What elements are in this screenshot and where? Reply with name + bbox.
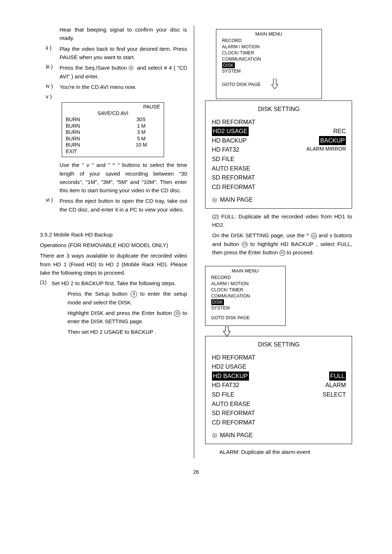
disk-row-label: SD FILE: [212, 155, 346, 164]
menu-item: RECORD: [222, 38, 316, 44]
menu-item: SYSTEM: [211, 305, 279, 311]
menu-item: COMMUNICATION: [211, 293, 279, 299]
main-page-footer: MAIN PAGE: [220, 432, 253, 438]
exit-label: EXIT: [66, 148, 160, 155]
body-text: Play the video back to find your desired…: [60, 45, 187, 62]
up-button-icon: 12: [311, 233, 317, 239]
disk-row-value: REC: [333, 127, 346, 136]
menu-item: CLOCK/ TIMER: [211, 287, 279, 293]
disk-setting-panel-2: DISK SETTING HD REFORMAT HD2 USAGE HD BA…: [205, 336, 352, 444]
arrow-down-icon: [271, 79, 278, 91]
para-full: (2) FULL: Duplicate all the recorded vid…: [212, 212, 352, 229]
roman-num: iii ): [46, 63, 60, 83]
section-subheading: Operations (FOR REMOVABLE HDD MODEL ONLY…: [40, 241, 187, 249]
disk-row-label: AUTO ERASE: [212, 164, 346, 173]
burn-row: BURN1 M: [66, 123, 160, 130]
alarm-tail: ALARM: Duplicate all the alarm-event: [205, 448, 352, 456]
eye-icon: ⓢ: [212, 432, 217, 440]
disk-row-label: HD BACKUP: [212, 136, 319, 145]
main-menu-frame-2: MAIN MENU RECORD ALARM / MOTION CLOCK/ T…: [205, 266, 286, 326]
step-num: (1): [40, 279, 52, 290]
menu-item-selected: DISK: [211, 299, 224, 305]
burn-row: BURN10 M: [66, 142, 160, 148]
disk-row-label: SD REFORMAT: [212, 173, 346, 182]
intro-text: Hear that beeping signal to confirm your…: [40, 25, 187, 42]
arrow-down-icon: [223, 327, 230, 335]
goto-disk-page: GOTO DISK PAGE: [222, 82, 261, 88]
cd-avi-menu-box: PAUSE SAVE/CD AVI BURN30S BURN1 M BURN3 …: [62, 102, 164, 157]
section-heading: 3.5.2 Mobile Rack HD Backup: [40, 230, 187, 239]
disk-row-label: CD REFORMAT: [212, 418, 346, 427]
disk-setting-title: DISK SETTING: [212, 340, 346, 349]
disk-row-value: SELECT: [323, 390, 346, 399]
roman-num: iv ): [46, 83, 60, 93]
left-column: Hear that beeping signal to confirm your…: [40, 25, 194, 458]
pause-label: PAUSE: [143, 104, 160, 110]
goto-disk-page: GOTO DISK PAGE: [211, 315, 279, 321]
menu-item: CLOCK/ TIMER: [222, 50, 316, 56]
substep: Then set HD 2 USAGE to BACKUP .: [68, 328, 187, 336]
disk-row-value-selected: BACKUP: [319, 136, 346, 145]
right-column: MAIN MENU RECORD ALARM / MOTION CLOCK/ T…: [205, 25, 352, 458]
disk-row-value-selected: FULL: [329, 372, 346, 381]
item-iv: iv ) You're in the CD AVI menu now.: [46, 83, 187, 93]
substep: Highlight DISK and press the Enter butto…: [68, 309, 187, 326]
disk-row-label: SD REFORMAT: [212, 409, 346, 418]
roman-num: ii ): [46, 45, 60, 64]
disk-row-label: CD REFORMAT: [212, 182, 346, 192]
disk-row-value: ALARM MIRROR: [306, 145, 346, 155]
v-body-text: Use the " v " and " ^ " buttons to selec…: [40, 161, 187, 194]
disk-setting-panel-1: DISK SETTING HD REFORMAT HD2 USAGEREC HD…: [205, 100, 352, 209]
disk-row-label: HD REFORMAT: [212, 118, 346, 127]
body-text: Press the Seq./Save button ⓢ and select …: [60, 63, 187, 81]
main-menu-title: MAIN MENU: [216, 29, 322, 38]
seq-save-icon: ⓢ: [128, 64, 134, 72]
roman-num: v ): [46, 93, 60, 99]
menu-item: COMMUNICATION: [222, 56, 316, 62]
eye-icon: ⓢ: [212, 196, 217, 204]
para-full-instructions: On the DISK SETTING page, use the ^ 12 a…: [212, 231, 352, 257]
enter-button-icon: 15: [279, 250, 285, 256]
main-menu-frame: MAIN MENU RECORD ALARM / MOTION CLOCK/ T…: [216, 29, 322, 99]
enter-button-icon: 15: [174, 310, 180, 317]
main-page-footer: MAIN PAGE: [220, 196, 253, 203]
disk-row-label: HD2 USAGE: [212, 362, 346, 372]
roman-num: vi ): [46, 197, 60, 216]
menu-item: ALARM / MOTION: [222, 44, 316, 50]
item-iii: iii ) Press the Seq./Save button ⓢ and s…: [46, 63, 187, 83]
down-button-icon: 13: [242, 242, 248, 247]
burn-row: BURN5 M: [66, 136, 160, 142]
item-v: v ): [46, 93, 187, 99]
menu-item: ALARM / MOTION: [211, 281, 279, 287]
disk-row-label: AUTO ERASE: [212, 399, 346, 409]
setup-button-icon: 9: [131, 291, 137, 297]
disk-row-value: ALARM: [325, 381, 346, 390]
burn-row: BURN30S: [66, 116, 160, 123]
page-number: 26: [40, 469, 352, 475]
disk-row-label: HD FAT32: [212, 145, 307, 155]
disk-row-label-selected: HD BACKUP: [212, 372, 249, 381]
item-ii: ii ) Play the video back to find your de…: [46, 45, 187, 64]
disk-row-label: SD FILE: [212, 390, 323, 399]
body-text: Press the eject button to open the CD tr…: [60, 197, 187, 214]
disk-row-label-selected: HD2 USAGE: [212, 127, 249, 136]
disk-setting-title: DISK SETTING: [212, 104, 346, 114]
main-menu-title: MAIN MENU: [205, 266, 285, 275]
substep: Press the Setup button 9 to enter the se…: [68, 290, 187, 307]
menu-item-selected: DISK: [222, 62, 235, 69]
step1-text: Set HD 2 to BACKUP first. Take the follo…: [52, 279, 187, 287]
save-cd-avi-label: SAVE/CD AVI: [66, 110, 160, 117]
body-text: You're in the CD AVI menu now.: [60, 83, 187, 91]
section-intro: There are 3 ways available to duplicate …: [40, 251, 187, 277]
menu-item: RECORD: [211, 275, 279, 281]
menu-item: SYSTEM: [222, 68, 316, 74]
disk-row-label: HD FAT32: [212, 381, 326, 390]
disk-row-label: HD REFORMAT: [212, 353, 346, 362]
item-vi: vi ) Press the eject button to open the …: [46, 197, 187, 216]
burn-row: BURN3 M: [66, 129, 160, 136]
